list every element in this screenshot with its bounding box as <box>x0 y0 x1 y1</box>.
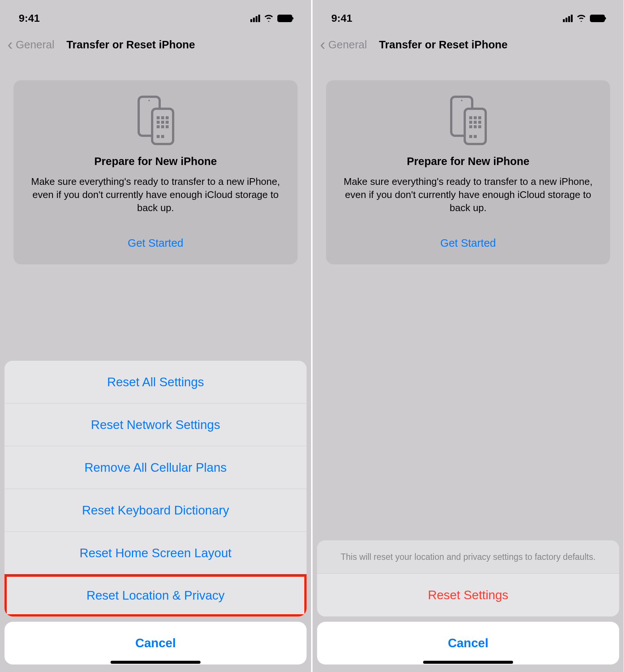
status-time: 9:41 <box>19 12 40 24</box>
prepare-subtitle: Make sure everything's ready to transfer… <box>27 175 284 214</box>
svg-rect-17 <box>469 116 472 119</box>
svg-rect-5 <box>166 116 169 119</box>
page-title: Transfer or Reset iPhone <box>66 39 195 51</box>
svg-rect-21 <box>474 121 477 124</box>
back-button-label[interactable]: General <box>328 39 367 51</box>
battery-icon <box>277 15 292 22</box>
svg-rect-9 <box>157 125 160 128</box>
screen-right: 9:41 ‹ General Transfer or Reset iPhone <box>313 0 624 672</box>
wifi-icon <box>576 14 587 23</box>
page-title: Transfer or Reset iPhone <box>379 39 507 51</box>
svg-rect-22 <box>478 121 481 124</box>
svg-rect-18 <box>474 116 477 119</box>
prepare-title: Prepare for New iPhone <box>340 155 597 168</box>
prepare-title: Prepare for New iPhone <box>27 155 284 168</box>
confirm-message: This will reset your location and privac… <box>317 540 619 574</box>
reset-home-screen-layout-option[interactable]: Reset Home Screen Layout <box>4 532 307 574</box>
status-bar: 9:41 <box>0 0 311 30</box>
home-indicator[interactable] <box>423 661 513 664</box>
reset-options-group: Reset All Settings Reset Network Setting… <box>4 361 307 616</box>
status-icons <box>563 14 605 23</box>
status-icons <box>250 14 292 23</box>
reset-network-settings-option[interactable]: Reset Network Settings <box>4 404 307 446</box>
screen-left: 9:41 ‹ General Transfer or Reset iPhone <box>0 0 311 672</box>
svg-rect-27 <box>474 135 477 138</box>
back-chevron-icon[interactable]: ‹ <box>7 37 13 52</box>
svg-rect-13 <box>161 135 164 138</box>
svg-rect-23 <box>469 125 472 128</box>
svg-rect-10 <box>161 125 164 128</box>
svg-rect-12 <box>157 135 160 138</box>
svg-rect-11 <box>166 125 169 128</box>
prepare-card: Prepare for New iPhone Make sure everyth… <box>13 80 298 264</box>
svg-rect-3 <box>157 116 160 119</box>
confirm-action-sheet: This will reset your location and privac… <box>317 540 619 664</box>
svg-rect-7 <box>161 121 164 124</box>
prepare-subtitle: Make sure everything's ready to transfer… <box>340 175 597 214</box>
nav-bar: ‹ General Transfer or Reset iPhone <box>313 30 624 59</box>
wifi-icon <box>263 14 274 23</box>
cancel-button[interactable]: Cancel <box>4 622 307 664</box>
cellular-signal-icon <box>250 15 260 22</box>
remove-cellular-plans-option[interactable]: Remove All Cellular Plans <box>4 446 307 489</box>
svg-rect-8 <box>166 121 169 124</box>
reset-all-settings-option[interactable]: Reset All Settings <box>4 361 307 404</box>
svg-point-15 <box>461 100 462 101</box>
devices-icon <box>340 94 597 146</box>
back-chevron-icon[interactable]: ‹ <box>320 37 325 52</box>
svg-rect-26 <box>469 135 472 138</box>
prepare-card: Prepare for New iPhone Make sure everyth… <box>326 80 610 264</box>
svg-rect-20 <box>469 121 472 124</box>
cellular-signal-icon <box>563 15 573 22</box>
reset-location-privacy-option[interactable]: Reset Location & Privacy <box>4 574 307 616</box>
back-button-label[interactable]: General <box>16 39 54 51</box>
svg-point-1 <box>148 100 150 101</box>
status-bar: 9:41 <box>313 0 624 30</box>
svg-rect-19 <box>478 116 481 119</box>
reset-settings-confirm-button[interactable]: Reset Settings <box>317 574 619 616</box>
reset-keyboard-dictionary-option[interactable]: Reset Keyboard Dictionary <box>4 489 307 532</box>
svg-rect-25 <box>478 125 481 128</box>
status-time: 9:41 <box>331 12 352 24</box>
devices-icon <box>27 94 284 146</box>
svg-rect-4 <box>161 116 164 119</box>
get-started-link[interactable]: Get Started <box>340 237 597 249</box>
reset-action-sheet: Reset All Settings Reset Network Setting… <box>4 361 307 664</box>
home-indicator[interactable] <box>111 661 201 664</box>
nav-bar: ‹ General Transfer or Reset iPhone <box>0 30 311 59</box>
battery-icon <box>590 15 605 22</box>
svg-rect-24 <box>474 125 477 128</box>
cancel-button[interactable]: Cancel <box>317 622 619 664</box>
get-started-link[interactable]: Get Started <box>27 237 284 249</box>
confirm-group: This will reset your location and privac… <box>317 540 619 616</box>
svg-rect-6 <box>157 121 160 124</box>
